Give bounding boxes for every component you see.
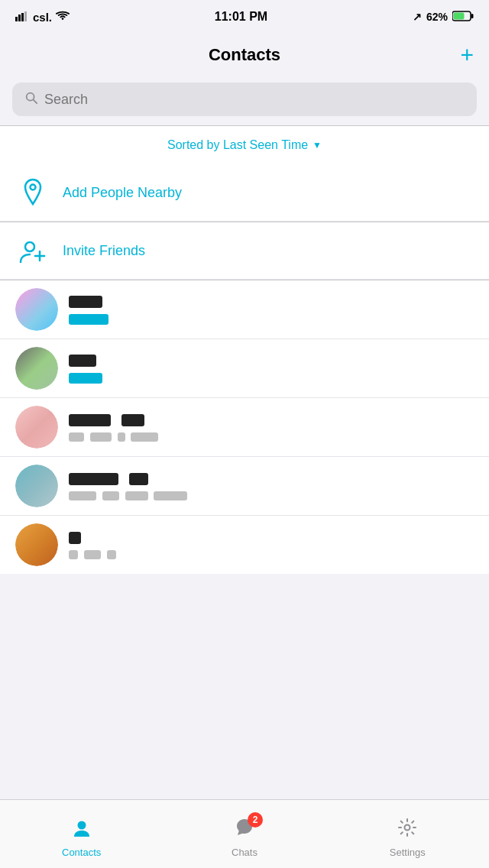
settings-nav-icon — [397, 817, 418, 844]
chevron-down-icon: ▼ — [313, 140, 322, 151]
name-blur2 — [129, 473, 148, 485]
status-blur — [69, 314, 108, 325]
bottom-navigation: Contacts 2 Chats Settings — [0, 799, 489, 868]
invite-friends-label: Invite Friends — [63, 243, 145, 258]
svg-point-10 — [25, 242, 34, 251]
status-blur3 — [125, 491, 148, 500]
status-bar: csl. 11:01 PM ↗ 62% — [0, 0, 489, 34]
status-left: csl. — [15, 11, 70, 24]
svg-rect-1 — [18, 15, 21, 21]
battery-icon — [452, 11, 474, 24]
nav-item-settings[interactable]: Settings — [326, 811, 489, 858]
nav-item-chats[interactable]: 2 Chats — [163, 811, 325, 858]
status-blur4 — [154, 491, 187, 500]
battery-percent: 62% — [426, 11, 448, 23]
settings-nav-label: Settings — [390, 847, 426, 858]
avatar-image — [15, 523, 58, 566]
contact-status — [69, 548, 474, 560]
contact-status — [69, 313, 474, 325]
search-container — [0, 76, 489, 125]
name-blur — [69, 296, 102, 308]
name-blur2 — [121, 414, 144, 426]
status-blur4 — [131, 432, 158, 442]
status-blur2 — [90, 432, 112, 442]
invite-friends-item[interactable]: Invite Friends — [0, 222, 489, 280]
status-blur — [69, 432, 84, 442]
status-blur3 — [107, 550, 116, 559]
avatar-image — [15, 347, 58, 390]
avatar — [15, 347, 58, 390]
status-right: ↗ 62% — [413, 11, 474, 24]
sort-label-text: Sorted by Last Seen Time — [167, 138, 308, 152]
contacts-list — [0, 280, 489, 574]
name-blur — [69, 355, 96, 367]
invite-icon — [15, 233, 50, 268]
status-blur — [69, 550, 78, 559]
sort-row[interactable]: Sorted by Last Seen Time ▼ — [0, 126, 489, 164]
contact-item[interactable] — [0, 516, 489, 574]
avatar-image — [15, 465, 58, 507]
search-icon — [24, 91, 38, 108]
invite-friends-text: Invite Friends — [63, 243, 474, 259]
status-blur — [69, 373, 102, 384]
contact-status — [69, 430, 474, 442]
status-blur3 — [118, 432, 125, 442]
nav-item-contacts[interactable]: Contacts — [0, 811, 163, 858]
quick-actions-list: Add People Nearby Invite Friends — [0, 164, 489, 280]
chats-nav-label: Chats — [232, 847, 257, 858]
svg-line-8 — [34, 99, 37, 103]
wifi-icon — [56, 11, 70, 24]
search-input[interactable] — [44, 92, 465, 108]
location-icon — [15, 175, 50, 210]
add-nearby-label: Add People Nearby — [63, 185, 182, 200]
contact-name — [69, 294, 474, 309]
contact-item[interactable] — [0, 457, 489, 516]
contact-info — [69, 471, 474, 501]
contact-name — [69, 412, 474, 427]
status-time: 11:01 PM — [215, 10, 267, 24]
avatar-image — [15, 406, 58, 449]
add-contact-button[interactable]: + — [460, 44, 474, 66]
search-bar[interactable] — [12, 83, 477, 116]
contact-info — [69, 412, 474, 442]
avatar — [15, 523, 58, 566]
contact-info — [69, 353, 474, 384]
contacts-nav-icon — [71, 817, 92, 844]
contact-item[interactable] — [0, 339, 489, 398]
add-nearby-text: Add People Nearby — [63, 185, 474, 201]
svg-point-14 — [405, 824, 410, 830]
page-header: Contacts + — [0, 34, 489, 76]
contact-status — [69, 371, 474, 384]
svg-point-13 — [77, 821, 86, 829]
add-people-nearby-item[interactable]: Add People Nearby — [0, 164, 489, 222]
avatar — [15, 465, 58, 507]
name-blur — [69, 473, 118, 485]
carrier-label: csl. — [33, 11, 52, 24]
location-icon: ↗ — [413, 11, 422, 23]
avatar — [15, 406, 58, 449]
chats-nav-icon: 2 — [234, 817, 255, 844]
contact-item[interactable] — [0, 398, 489, 457]
contact-status — [69, 489, 474, 501]
avatar-image — [15, 288, 58, 331]
contact-name — [69, 471, 474, 486]
avatar — [15, 288, 58, 331]
status-blur — [69, 491, 96, 500]
svg-rect-3 — [24, 11, 27, 21]
contact-info — [69, 294, 474, 325]
page-title: Contacts — [209, 45, 280, 65]
contact-name — [69, 530, 474, 545]
sort-label[interactable]: Sorted by Last Seen Time ▼ — [167, 138, 322, 152]
svg-rect-0 — [15, 17, 18, 21]
svg-point-9 — [31, 185, 36, 190]
svg-rect-6 — [454, 12, 465, 19]
status-blur2 — [102, 491, 119, 500]
chats-badge: 2 — [248, 812, 263, 828]
contact-name — [69, 353, 474, 368]
svg-rect-2 — [21, 13, 24, 21]
name-blur — [69, 414, 111, 426]
contact-item[interactable] — [0, 280, 489, 339]
name-blur — [69, 532, 81, 544]
svg-rect-5 — [471, 14, 474, 18]
signal-icon — [15, 11, 29, 24]
